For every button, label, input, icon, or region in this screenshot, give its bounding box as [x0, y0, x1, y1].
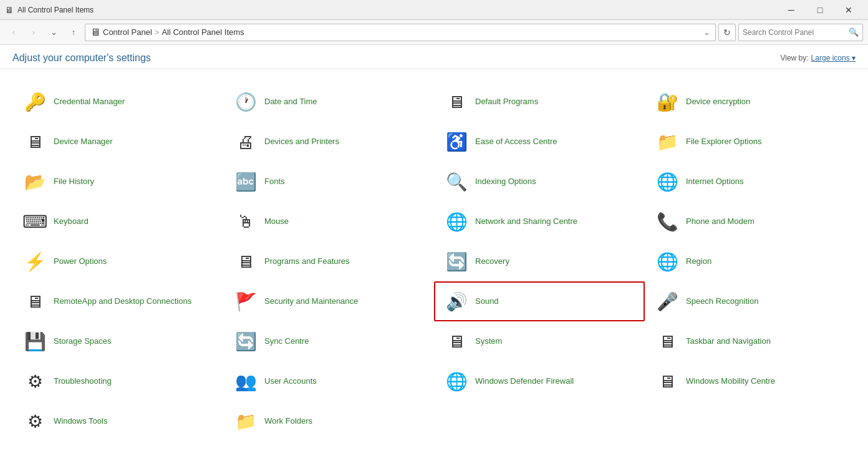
recent-locations-button[interactable]: ⌄: [45, 24, 62, 41]
addressbar: ‹ › ⌄ ↑ 🖥 Control Panel > All Control Pa…: [0, 20, 868, 45]
item-date-time[interactable]: 🕐Date and Time: [223, 82, 434, 122]
item-devices-printers[interactable]: 🖨Devices and Printers: [223, 122, 434, 162]
item-programs-features[interactable]: 🖥Programs and Features: [223, 241, 434, 281]
label-windows-mobility: Windows Mobility Centre: [686, 376, 775, 387]
item-file-history[interactable]: 📂File History: [12, 162, 223, 202]
item-ease-of-access[interactable]: ♿Ease of Access Centre: [434, 122, 645, 162]
item-system[interactable]: 🖥System: [434, 321, 645, 361]
icon-taskbar-navigation: 🖥: [655, 329, 680, 354]
app-icon: 🖥: [5, 5, 14, 15]
label-credential-manager: Credential Manager: [54, 97, 125, 107]
label-speech-recognition: Speech Recognition: [686, 296, 758, 307]
label-internet-options: Internet Options: [686, 177, 744, 187]
label-system: System: [475, 336, 502, 347]
icon-devices-printers: 🖨: [233, 129, 258, 154]
icon-system: 🖥: [444, 329, 469, 354]
icon-credential-manager: 🔑: [22, 89, 47, 114]
icon-default-programs: 🖥: [444, 89, 469, 114]
item-windows-tools[interactable]: ⚙Windows Tools: [12, 401, 223, 441]
label-user-accounts: User Accounts: [264, 376, 317, 387]
main-content: Adjust your computer's settings View by:…: [0, 45, 868, 453]
item-recovery[interactable]: 🔄Recovery: [434, 241, 645, 281]
label-fonts: Fonts: [264, 177, 285, 187]
item-keyboard[interactable]: ⌨Keyboard: [12, 202, 223, 241]
item-default-programs[interactable]: 🖥Default Programs: [434, 82, 645, 122]
item-indexing-options[interactable]: 🔍Indexing Options: [434, 162, 645, 202]
icon-network-sharing: 🌐: [444, 209, 469, 234]
item-mouse[interactable]: 🖱Mouse: [223, 202, 434, 241]
item-file-explorer-options[interactable]: 📁File Explorer Options: [645, 122, 856, 162]
item-network-sharing[interactable]: 🌐Network and Sharing Centre: [434, 202, 645, 241]
icon-date-time: 🕐: [233, 89, 258, 114]
back-button[interactable]: ‹: [5, 24, 22, 41]
item-security-maintenance[interactable]: 🚩Security and Maintenance: [223, 281, 434, 321]
item-device-encryption[interactable]: 🔐Device encryption: [645, 82, 856, 122]
label-indexing-options: Indexing Options: [475, 177, 536, 187]
icon-programs-features: 🖥: [233, 249, 258, 274]
item-user-accounts[interactable]: 👥User Accounts: [223, 361, 434, 401]
item-taskbar-navigation[interactable]: 🖥Taskbar and Navigation: [645, 321, 856, 361]
icon-windows-tools: ⚙: [22, 409, 47, 434]
label-troubleshooting: Troubleshooting: [54, 376, 112, 387]
item-work-folders[interactable]: 📁Work Folders: [223, 401, 434, 441]
icon-recovery: 🔄: [444, 249, 469, 274]
label-recovery: Recovery: [475, 256, 509, 267]
label-sync-centre: Sync Centre: [264, 336, 309, 347]
icon-work-folders: 📁: [233, 409, 258, 434]
item-sync-centre[interactable]: 🔄Sync Centre: [223, 321, 434, 361]
refresh-button[interactable]: ↻: [718, 24, 736, 41]
icon-device-manager: 🖥: [22, 129, 47, 154]
icon-ease-of-access: ♿: [444, 129, 469, 154]
icon-device-encryption: 🔐: [655, 89, 680, 114]
address-dropdown-icon[interactable]: ⌄: [703, 27, 710, 37]
close-button[interactable]: ✕: [834, 0, 863, 20]
up-button[interactable]: ↑: [65, 24, 82, 41]
minimize-button[interactable]: ─: [777, 0, 806, 20]
item-sound[interactable]: 🔊Sound: [434, 281, 645, 321]
label-phone-modem: Phone and Modem: [686, 217, 755, 227]
item-troubleshooting[interactable]: ⚙Troubleshooting: [12, 361, 223, 401]
item-windows-defender[interactable]: 🌐Windows Defender Firewall: [434, 361, 645, 401]
label-storage-spaces: Storage Spaces: [54, 336, 112, 347]
item-phone-modem[interactable]: 📞Phone and Modem: [645, 202, 856, 241]
icon-file-explorer-options: 📁: [655, 129, 680, 154]
label-ease-of-access: Ease of Access Centre: [475, 137, 557, 147]
icon-windows-defender: 🌐: [444, 369, 469, 394]
maximize-button[interactable]: □: [806, 0, 834, 20]
label-windows-tools: Windows Tools: [54, 416, 107, 427]
label-device-manager: Device Manager: [54, 137, 113, 147]
item-windows-mobility[interactable]: 🖥Windows Mobility Centre: [645, 361, 856, 401]
label-work-folders: Work Folders: [264, 416, 312, 427]
viewby-value[interactable]: Large icons ▾: [811, 54, 856, 62]
item-device-manager[interactable]: 🖥Device Manager: [12, 122, 223, 162]
path-part-2: All Control Panel Items: [162, 27, 244, 37]
item-remoteapp[interactable]: 🖥RemoteApp and Desktop Connections: [12, 281, 223, 321]
label-file-explorer-options: File Explorer Options: [686, 137, 761, 147]
forward-button[interactable]: ›: [25, 24, 42, 41]
item-region[interactable]: 🌐Region: [645, 241, 856, 281]
label-taskbar-navigation: Taskbar and Navigation: [686, 336, 771, 347]
item-speech-recognition[interactable]: 🎤Speech Recognition: [645, 281, 856, 321]
label-mouse: Mouse: [264, 217, 289, 227]
search-box[interactable]: 🔍: [738, 24, 863, 41]
content-header: Adjust your computer's settings View by:…: [0, 45, 868, 69]
item-storage-spaces[interactable]: 💾Storage Spaces: [12, 321, 223, 361]
path-icon: 🖥: [90, 27, 100, 38]
item-credential-manager[interactable]: 🔑Credential Manager: [12, 82, 223, 122]
icon-sound: 🔊: [444, 289, 469, 314]
item-power-options[interactable]: ⚡Power Options: [12, 241, 223, 281]
item-internet-options[interactable]: 🌐Internet Options: [645, 162, 856, 202]
icon-sync-centre: 🔄: [233, 329, 258, 354]
label-programs-features: Programs and Features: [264, 256, 350, 267]
search-input[interactable]: [743, 28, 846, 37]
label-sound: Sound: [475, 296, 499, 307]
path-separator-1: >: [155, 27, 160, 37]
icon-keyboard: ⌨: [22, 209, 47, 234]
address-box[interactable]: 🖥 Control Panel > All Control Panel Item…: [85, 24, 716, 41]
icon-internet-options: 🌐: [655, 169, 680, 194]
path-part-1: Control Panel: [103, 27, 152, 37]
label-region: Region: [686, 256, 711, 267]
item-fonts[interactable]: 🔤Fonts: [223, 162, 434, 202]
viewby-control: View by: Large icons ▾: [780, 54, 856, 62]
icon-remoteapp: 🖥: [22, 289, 47, 314]
